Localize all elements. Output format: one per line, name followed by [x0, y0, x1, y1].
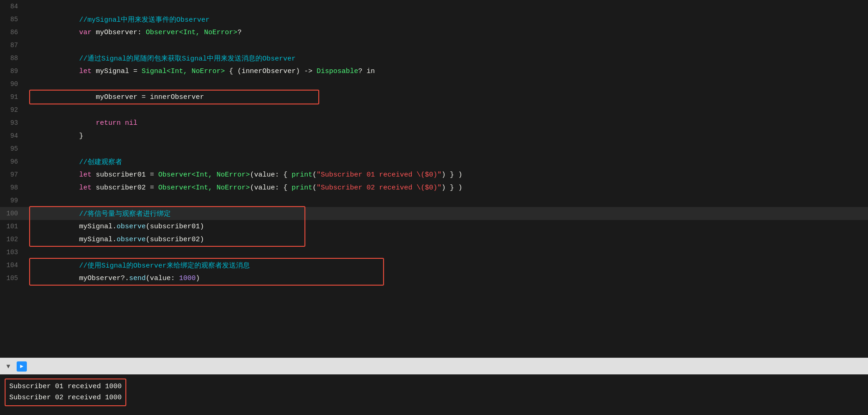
- code-line-97: 97 let subscriber01 = Observer<Int, NoEr…: [0, 168, 868, 181]
- line-content-101: mySignal.observe(subscriber01): [25, 223, 868, 231]
- line-number-91: 91: [0, 93, 25, 101]
- code-line-87: 87: [0, 39, 868, 52]
- line-number-95: 95: [0, 145, 25, 153]
- line-content-98: let subscriber02 = Observer<Int, NoError…: [25, 184, 868, 192]
- line-content-89: let mySignal = Signal<Int, NoError> { (i…: [25, 67, 868, 75]
- line-number-92: 92: [0, 106, 25, 114]
- run-button[interactable]: ▶: [17, 361, 27, 372]
- code-line-100: 100 //将信号量与观察者进行绑定: [0, 207, 868, 220]
- line-number-86: 86: [0, 29, 25, 36]
- code-line-89: 89 let mySignal = Signal<Int, NoError> {…: [0, 65, 868, 78]
- line-content-96: //创建观察者: [25, 158, 868, 166]
- line-number-102: 102: [0, 236, 25, 243]
- line-number-87: 87: [0, 42, 25, 49]
- line-content-105: myObserver?.send(value: 1000): [25, 275, 868, 282]
- line-number-85: 85: [0, 16, 25, 23]
- line-number-99: 99: [0, 197, 25, 204]
- line-number-97: 97: [0, 171, 25, 178]
- console-area: Subscriber 01 received 1000 Subscriber 0…: [0, 374, 868, 415]
- line-number-88: 88: [0, 55, 25, 62]
- line-number-100: 100: [0, 210, 25, 217]
- line-content-102: mySignal.observe(subscriber02): [25, 236, 868, 244]
- line-number-103: 103: [0, 249, 25, 256]
- line-content-97: let subscriber01 = Observer<Int, NoError…: [25, 171, 868, 179]
- line-content-104: //使用Signal的Observer来给绑定的观察者发送消息: [25, 261, 868, 270]
- line-number-90: 90: [0, 80, 25, 88]
- code-line-103: 103: [0, 246, 868, 259]
- line-number-96: 96: [0, 158, 25, 165]
- line-number-98: 98: [0, 184, 25, 191]
- code-line-98: 98 let subscriber02 = Observer<Int, NoEr…: [0, 181, 868, 194]
- code-line-85: 85 //mySignal中用来发送事件的Observer: [0, 13, 868, 26]
- line-content-100: //将信号量与观察者进行绑定: [25, 209, 868, 218]
- line-number-101: 101: [0, 223, 25, 230]
- line-content-94: }: [25, 132, 868, 140]
- code-line-99: 99: [0, 194, 868, 207]
- code-line-104: 104 //使用Signal的Observer来给绑定的观察者发送消息: [0, 259, 868, 272]
- line-number-104: 104: [0, 262, 25, 269]
- console-line-2: Subscriber 02 received 1000: [9, 392, 122, 403]
- code-line-91: 91 myObserver = innerObserver: [0, 91, 868, 104]
- line-content-85: //mySignal中用来发送事件的Observer: [25, 15, 868, 24]
- toolbar: ▼ ▶: [0, 358, 868, 374]
- console-line-1: Subscriber 01 received 1000: [9, 381, 122, 392]
- code-line-84: 84: [0, 0, 868, 13]
- line-number-105: 105: [0, 275, 25, 282]
- code-line-90: 90: [0, 78, 868, 91]
- line-number-89: 89: [0, 67, 25, 75]
- filter-icon[interactable]: ▼: [4, 362, 13, 371]
- code-line-92: 92: [0, 104, 868, 116]
- line-number-94: 94: [0, 132, 25, 140]
- code-line-94: 94 }: [0, 129, 868, 142]
- line-content-88: //通过Signal的尾随闭包来获取Signal中用来发送消息的Observer: [25, 54, 868, 63]
- code-line-105: 105 myObserver?.send(value: 1000): [0, 272, 868, 285]
- line-number-84: 84: [0, 3, 25, 10]
- code-editor: 8485 //mySignal中用来发送事件的Observer86 var my…: [0, 0, 868, 358]
- line-number-93: 93: [0, 119, 25, 127]
- line-content-91: myObserver = innerObserver: [25, 93, 868, 101]
- code-line-101: 101 mySignal.observe(subscriber01): [0, 220, 868, 233]
- line-content-86: var myObserver: Observer<Int, NoError>?: [25, 29, 868, 37]
- code-line-88: 88 //通过Signal的尾随闭包来获取Signal中用来发送消息的Obser…: [0, 52, 868, 65]
- code-line-96: 96 //创建观察者: [0, 155, 868, 168]
- code-line-86: 86 var myObserver: Observer<Int, NoError…: [0, 26, 868, 39]
- code-line-93: 93 return nil: [0, 116, 868, 129]
- line-content-93: return nil: [25, 119, 868, 127]
- console-output-box: Subscriber 01 received 1000 Subscriber 0…: [5, 378, 126, 406]
- code-line-102: 102 mySignal.observe(subscriber02): [0, 233, 868, 246]
- code-line-95: 95: [0, 142, 868, 155]
